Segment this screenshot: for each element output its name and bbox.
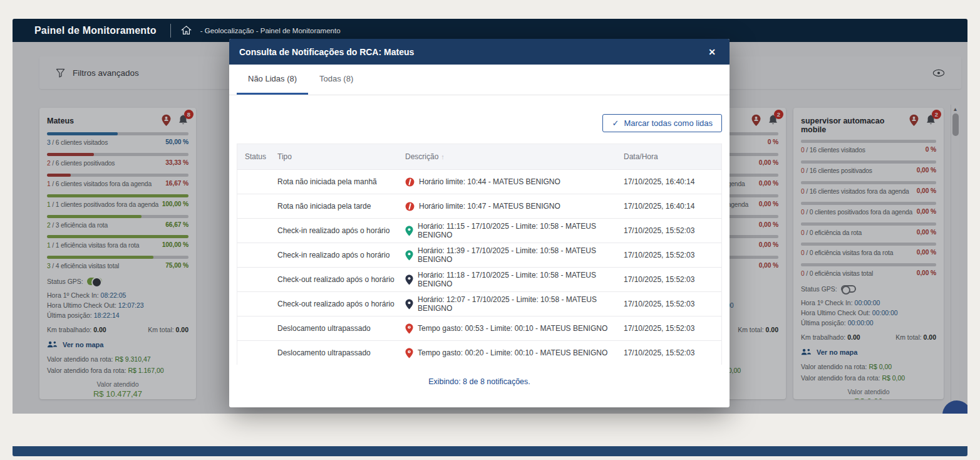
notification-row[interactable]: Check-out realizado após o horário Horár… — [237, 267, 721, 291]
col-tipo[interactable]: Tipo — [277, 152, 400, 161]
notification-row[interactable]: Rota não iniciada pela manhã Horário lim… — [237, 169, 721, 194]
notifications-table: Status Tipo Descrição↑ Data/Hora Rota nã… — [237, 144, 722, 365]
pin-green-icon — [405, 226, 413, 236]
notification-description: Tempo gasto: 00:20 - Limite: 00:10 - MAT… — [418, 348, 607, 357]
notification-type: Deslocamento ultrapassado — [277, 323, 400, 333]
blocked-icon — [405, 202, 415, 211]
notification-type: Rota não iniciada pela tarde — [277, 201, 400, 211]
notification-description: Tempo gasto: 00:53 - Limite: 00:10 - MAT… — [418, 324, 607, 333]
pin-dark-icon — [405, 299, 413, 310]
col-descricao[interactable]: Descrição↑ — [405, 152, 619, 161]
notification-description: Horário limite: 10:47 - MATEUS BENIGNO — [419, 202, 560, 211]
pin-green-icon — [405, 250, 413, 261]
notification-datetime: 17/10/2025, 15:52:03 — [624, 275, 719, 284]
notification-datetime: 17/10/2025, 15:52:03 — [624, 300, 719, 308]
notification-row[interactable]: Check-out realizado após o horário Horár… — [237, 291, 721, 316]
pin-dark-icon — [405, 274, 413, 285]
notification-description: Horário: 12:07 - 17/10/2025 - Limite: 10… — [418, 295, 619, 313]
notification-datetime: 17/10/2025, 16:40:14 — [624, 177, 719, 186]
notification-datetime: 17/10/2025, 16:40:14 — [624, 202, 719, 211]
notification-datetime: 17/10/2025, 15:52:03 — [624, 226, 719, 235]
notification-description: Horário: 11:39 - 17/10/2025 - Limite: 10… — [418, 246, 619, 264]
notification-type: Deslocamento ultrapassado — [277, 348, 400, 358]
notification-description: Horário: 11:15 - 17/10/2025 - Limite: 10… — [418, 222, 619, 239]
pin-green-icon — [405, 250, 413, 261]
footer-bar — [13, 446, 967, 456]
notification-row[interactable]: Rota não iniciada pela tarde Horário lim… — [237, 194, 721, 218]
pin-green-icon — [405, 226, 413, 236]
check-icon: ✓ — [612, 118, 619, 128]
pin-dark-icon — [405, 299, 413, 310]
tab-nao-lidas[interactable]: Não Lidas (8) — [237, 65, 308, 95]
notification-row[interactable]: Check-in realizado após o horário Horári… — [237, 218, 721, 243]
close-icon[interactable]: ✕ — [704, 46, 720, 58]
notification-row[interactable]: Check-in realizado após o horário Horári… — [237, 243, 721, 267]
modal-body: ✓ Marcar todas como lidas Status Tipo De… — [229, 114, 730, 386]
notification-type: Check-in realizado após o horário — [277, 250, 400, 260]
notification-row[interactable]: Deslocamento ultrapassado Tempo gasto: 0… — [237, 316, 721, 340]
notifications-modal: Consulta de Notificações do RCA: Mateus … — [229, 39, 730, 407]
home-icon[interactable] — [181, 25, 192, 36]
notification-type: Check-out realizado após o horário — [277, 299, 400, 309]
notification-datetime: 17/10/2025, 15:52:03 — [624, 324, 719, 333]
page-title: Painel de Monitoramento — [34, 25, 157, 36]
pin-dark-icon — [405, 274, 413, 285]
table-header-row: Status Tipo Descrição↑ Data/Hora — [237, 144, 721, 169]
blocked-icon — [405, 177, 415, 187]
modal-header: Consulta de Notificações do RCA: Mateus … — [229, 39, 730, 65]
modal-title: Consulta de Notificações do RCA: Mateus — [239, 47, 704, 57]
header-divider — [170, 24, 171, 38]
col-datahora[interactable]: Data/Hora — [624, 152, 719, 161]
breadcrumb: - Geolocalização - Painel de Monitoramen… — [200, 27, 341, 34]
tab-todas[interactable]: Todas (8) — [308, 65, 364, 95]
notification-description: Horário: 11:18 - 17/10/2025 - Limite: 10… — [418, 271, 619, 288]
pin-red-icon — [405, 348, 413, 358]
notification-type: Check-in realizado após o horário — [277, 226, 400, 236]
table-footer-count: Exibindo: 8 de 8 notificações. — [237, 377, 722, 386]
blocked-icon — [405, 202, 415, 211]
notification-type: Rota não iniciada pela manhã — [277, 177, 400, 187]
pin-red-icon — [405, 323, 413, 334]
col-status[interactable]: Status — [245, 152, 272, 161]
notification-description: Horário limite: 10:44 - MATEUS BENIGNO — [419, 177, 560, 186]
pin-red-icon — [405, 348, 413, 358]
pin-red-icon — [405, 323, 413, 334]
notification-type: Check-out realizado após o horário — [277, 274, 400, 285]
mark-all-read-button[interactable]: ✓ Marcar todas como lidas — [602, 114, 722, 132]
blocked-icon — [405, 177, 415, 187]
sort-asc-icon: ↑ — [441, 153, 445, 160]
notification-row[interactable]: Deslocamento ultrapassado Tempo gasto: 0… — [237, 340, 721, 365]
notification-datetime: 17/10/2025, 15:52:03 — [624, 348, 719, 357]
modal-tabs: Não Lidas (8) Todas (8) — [229, 65, 730, 95]
notification-datetime: 17/10/2025, 15:52:03 — [624, 251, 719, 259]
